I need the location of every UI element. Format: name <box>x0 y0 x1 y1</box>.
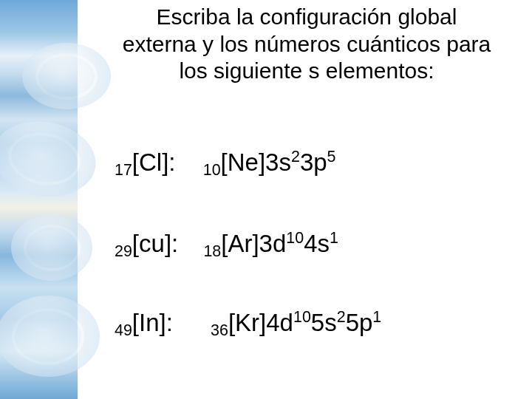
orbital-exp: 10 <box>293 308 311 326</box>
element-row-in: 49[In]: 36[Kr]4d105s25p1 <box>115 308 381 338</box>
orbital: 5s <box>311 309 337 336</box>
element-symbol: [cu]: <box>132 230 178 257</box>
core-gas: [Ar] <box>221 230 259 257</box>
orbital-exp: 5 <box>327 148 336 166</box>
core-gas: [Ne] <box>221 149 266 176</box>
electron-config: 18[Ar]3d104s1 <box>203 229 338 259</box>
orbital-exp: 1 <box>330 229 338 247</box>
core-z: 18 <box>203 242 221 260</box>
element-symbol: [In]: <box>132 309 173 336</box>
element-label: 29[cu]: <box>115 229 178 259</box>
atomic-number: 29 <box>115 242 132 260</box>
core-gas: [Kr] <box>228 309 266 336</box>
electron-config: 36[Kr]4d105s25p1 <box>211 308 381 338</box>
electron-config: 10[Ne]3s23p5 <box>203 148 336 177</box>
orbital: 3p <box>300 149 327 176</box>
element-row-cu: 29[cu]: 18[Ar]3d104s1 <box>115 229 338 259</box>
orbital: 4s <box>304 230 330 257</box>
element-symbol: [Cl]: <box>132 149 176 176</box>
element-row-cl: 17[Cl]: 10[Ne]3s23p5 <box>115 148 336 177</box>
orbital: 3d <box>259 230 287 257</box>
orbital-exp: 10 <box>286 229 304 247</box>
atomic-number: 49 <box>115 321 132 339</box>
core-z: 10 <box>203 161 221 179</box>
slide-content: Escriba la configuración global externa … <box>0 0 532 399</box>
slide-title: Escriba la configuración global externa … <box>122 4 491 85</box>
orbital: 4d <box>266 309 293 336</box>
atomic-number: 17 <box>115 161 132 179</box>
orbital-exp: 2 <box>337 308 346 326</box>
orbital-exp: 1 <box>372 308 381 326</box>
orbital-exp: 2 <box>291 148 300 166</box>
orbital: 3s <box>265 149 291 176</box>
element-label: 49[In]: <box>115 308 173 338</box>
element-label: 17[Cl]: <box>115 148 176 177</box>
core-z: 36 <box>211 321 228 339</box>
orbital: 5p <box>346 309 373 336</box>
